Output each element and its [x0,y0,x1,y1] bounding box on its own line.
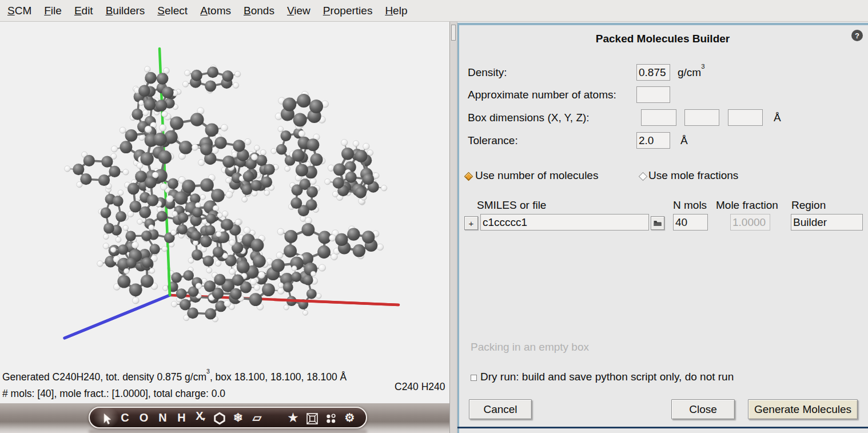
help-icon[interactable]: ? [851,30,863,41]
region-input[interactable] [791,214,863,231]
box-z-input[interactable] [728,109,763,126]
oxygen-element-button[interactable]: O [134,408,153,427]
formula-label: C240 H240 [395,381,445,393]
hydrogen-element-button[interactable]: H [172,408,191,427]
menu-atoms[interactable]: Atoms [194,2,237,19]
nitrogen-element-button[interactable]: N [153,408,172,427]
molecule-viewport[interactable]: Generated C240H240, tot. density 0.875 g… [0,22,449,403]
density-label: Density: [468,66,507,79]
tolerance-unit: Å [680,134,688,147]
panel-splitter[interactable] [449,22,457,433]
use-number-of-molecules-label: Use number of molecules [475,169,598,182]
dry-run-checkbox[interactable] [471,375,477,381]
use-mole-fractions-label: Use mole fractions [648,169,738,182]
application-window: SCMFileEditBuildersSelectAtomsBondsViewP… [0,0,868,433]
atom-toolbar-items: CONHX▾❄▱★⚙ [90,408,366,427]
any-element-button[interactable]: X▾ [191,407,210,428]
atom-toolbar: CONHX▾❄▱★⚙ [89,407,367,428]
menu-builders[interactable]: Builders [99,2,152,19]
ring-tool-icon[interactable] [210,408,229,427]
render-style-icon[interactable] [321,408,340,427]
carbon-element-button[interactable]: C [116,408,134,427]
menu-bar: SCMFileEditBuildersSelectAtomsBondsViewP… [0,0,868,22]
folder-icon [654,220,662,227]
tolerance-label: Tolerance: [468,134,518,147]
packing-info-text: Packing in an empty box [471,341,589,353]
settings-gear-icon[interactable]: ⚙ [340,408,359,427]
box-x-input[interactable] [641,109,676,126]
splitter-handle[interactable] [451,25,456,41]
menu-file[interactable]: File [38,2,68,19]
generate-molecules-button[interactable]: Generate Molecules [748,399,858,419]
packed-molecules-builder-panel: Packed Molecules Builder ? Density: g/cm… [457,23,868,433]
menu-properties[interactable]: Properties [317,2,379,19]
smiles-input[interactable] [480,214,649,231]
cancel-button[interactable]: Cancel [469,399,532,419]
column-header-region: Region [791,199,826,212]
density-input[interactable] [636,64,670,81]
box-dimensions-label: Box dimensions (X, Y, Z): [468,112,590,124]
menu-select[interactable]: Select [151,2,194,19]
viewer-bottom-bar: CONHX▾❄▱★⚙ [0,403,452,433]
tolerance-input[interactable] [636,132,670,149]
column-header-smiles: SMILES or file [477,199,546,212]
nmols-input[interactable] [673,214,708,231]
plane-tool-icon[interactable]: ▱ [248,408,266,427]
box-y-input[interactable] [684,109,719,126]
box-unit: Å [774,112,781,124]
status-line-2: # mols: [40], mole fract.: [1.0000], tot… [2,388,225,400]
density-unit: g/cm3 [678,66,705,79]
atoms-input[interactable] [636,86,670,103]
atoms-label: Approximate number of atoms: [468,89,616,101]
column-header-molefraction: Mole fraction [716,199,778,212]
molefraction-input [730,214,770,231]
menu-view[interactable]: View [281,2,317,19]
use-mole-fractions-radio[interactable] [639,172,648,181]
dry-run-label: Dry run: build and save python script on… [480,371,734,383]
menu-edit[interactable]: Edit [68,2,99,19]
select-cursor-icon[interactable] [97,408,116,427]
freeze-tool-icon[interactable]: ❄ [229,408,248,427]
menu-bonds[interactable]: Bonds [237,2,281,19]
browse-file-button[interactable] [651,216,664,230]
toolbar-reflection [89,430,367,433]
menu-scm[interactable]: SCM [1,2,38,19]
column-header-nmols: N mols [673,199,707,212]
periodic-box-icon[interactable] [302,408,321,427]
close-button[interactable]: Close [671,399,735,419]
dialog-title: Packed Molecules Builder [457,33,868,45]
dialog-bottom-border [457,427,868,428]
use-number-of-molecules-radio[interactable] [464,172,473,181]
status-line-1: Generated C240H240, tot. density 0.875 g… [2,371,347,383]
menu-help[interactable]: Help [379,2,413,19]
add-row-button[interactable]: + [464,216,478,230]
favorites-star-icon[interactable]: ★ [284,408,302,427]
